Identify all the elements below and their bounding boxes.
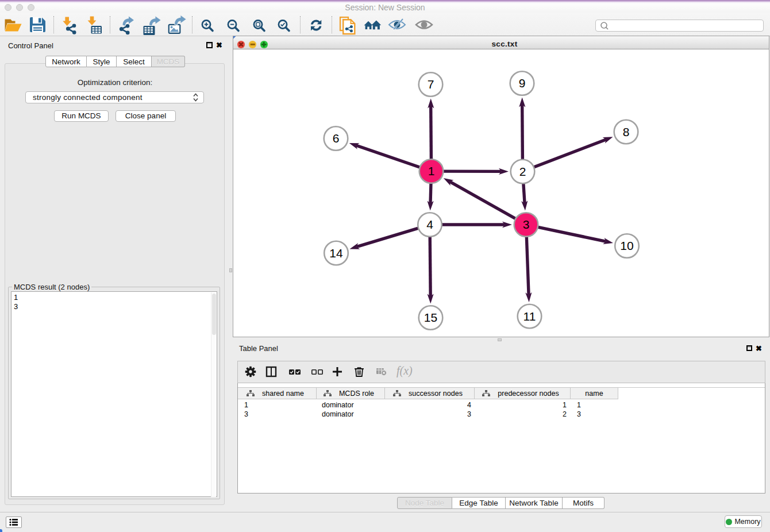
svg-text:2: 2 bbox=[519, 165, 526, 178]
svg-text:4: 4 bbox=[426, 218, 433, 231]
svg-text:9: 9 bbox=[519, 76, 526, 90]
svg-text:15: 15 bbox=[424, 311, 437, 324]
svg-text:1: 1 bbox=[428, 164, 435, 178]
svg-text:11: 11 bbox=[523, 310, 536, 323]
svg-text:7: 7 bbox=[428, 78, 434, 91]
svg-text:3: 3 bbox=[523, 218, 530, 231]
svg-text:f(x): f(x) bbox=[396, 364, 413, 377]
svg-text:10: 10 bbox=[620, 239, 633, 252]
svg-text:14: 14 bbox=[329, 246, 343, 260]
svg-text:6: 6 bbox=[333, 132, 340, 145]
svg-text:8: 8 bbox=[623, 125, 630, 138]
